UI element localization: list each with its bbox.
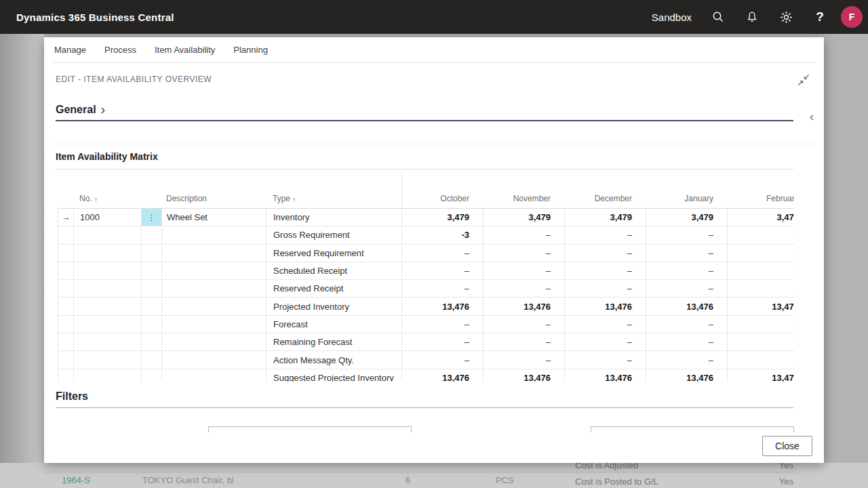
column-header-january[interactable]: January — [646, 173, 727, 208]
row-type-cell: Inventory — [267, 209, 402, 226]
menu-manage[interactable]: Manage — [54, 45, 86, 55]
avatar[interactable]: F — [841, 6, 863, 28]
close-button[interactable]: Close — [762, 436, 812, 456]
filter-field-1[interactable] — [208, 426, 412, 432]
search-button[interactable] — [701, 0, 735, 34]
matrix-value-cell[interactable]: – — [565, 262, 646, 279]
matrix-value-cell[interactable]: 13,476 — [565, 369, 646, 382]
matrix-row: Scheduled Receipt––––– — [58, 262, 794, 280]
chevron-left-icon[interactable]: ‹ — [810, 110, 814, 123]
matrix-value-cell[interactable]: – — [402, 316, 484, 333]
matrix-value-cell[interactable]: 13,476 — [728, 298, 794, 314]
matrix-value-cell[interactable]: – — [728, 262, 794, 279]
matrix-value-cell[interactable]: 3,479 — [484, 209, 565, 226]
matrix-value-cell[interactable]: – — [728, 316, 794, 333]
matrix-value-cell[interactable]: – — [402, 280, 484, 297]
environment-badge[interactable]: Sandbox — [652, 12, 692, 23]
title-bar: Dynamics 365 Business Central Sandbox — [0, 0, 868, 34]
row-type-cell: Reserved Requirement — [267, 245, 402, 262]
matrix-value-cell[interactable]: 13,476 — [646, 298, 728, 314]
column-header-october[interactable]: October — [401, 173, 483, 208]
collapse-dialog-button[interactable] — [795, 72, 812, 88]
row-type-cell: Gross Requirement — [267, 226, 402, 243]
notifications-button[interactable] — [735, 0, 769, 34]
item-no-cell — [74, 333, 142, 350]
matrix-value-cell[interactable]: – — [728, 245, 794, 262]
matrix-value-cell[interactable]: – — [484, 226, 565, 243]
matrix-value-cell[interactable]: 13,476 — [646, 369, 728, 382]
matrix-value-cell[interactable]: 3,479 — [402, 209, 484, 226]
item-no-cell — [74, 369, 142, 382]
matrix-value-cell[interactable]: 13,476 — [728, 369, 794, 382]
matrix-value-cell[interactable]: – — [646, 333, 728, 350]
matrix-value-cell[interactable]: 3,479 — [728, 209, 794, 226]
row-indicator: → — [58, 209, 74, 226]
matrix-value-cell[interactable]: 3,479 — [646, 209, 728, 226]
matrix-value-cell[interactable]: – — [565, 245, 646, 262]
matrix-value-cell[interactable]: 13,476 — [402, 369, 484, 382]
filters-section-header[interactable]: Filters — [56, 390, 88, 403]
column-header-description[interactable]: Description — [161, 173, 266, 208]
matrix-value-cell[interactable]: – — [484, 245, 565, 262]
matrix-value-cell[interactable]: – — [484, 280, 565, 297]
matrix-value-cell[interactable]: – — [484, 262, 565, 279]
matrix-value-cell[interactable]: – — [646, 262, 728, 279]
menu-planning[interactable]: Planning — [233, 45, 268, 55]
row-indicator — [58, 333, 74, 350]
matrix-value-cell[interactable]: – — [728, 333, 794, 350]
matrix-value-cell[interactable]: – — [565, 333, 646, 350]
matrix-value-cell[interactable]: – — [646, 245, 728, 262]
matrix-value-cell[interactable]: – — [646, 226, 728, 243]
matrix-value-cell[interactable]: 13,476 — [484, 298, 565, 314]
matrix-value-cell[interactable]: -3 — [402, 226, 484, 243]
matrix-value-cell[interactable]: – — [728, 280, 794, 297]
item-no-cell — [74, 316, 142, 333]
gutter-cell — [142, 333, 162, 350]
matrix-value-cell[interactable]: – — [402, 351, 484, 368]
matrix-value-cell[interactable]: – — [484, 351, 565, 368]
matrix-value-cell[interactable]: – — [402, 262, 484, 279]
item-no-cell[interactable]: 1000 — [74, 209, 142, 226]
row-options-cell[interactable]: ⋮ — [142, 209, 162, 226]
item-description-cell[interactable]: Wheel Set — [162, 209, 267, 226]
matrix-value-cell[interactable]: – — [646, 351, 728, 368]
column-header-no[interactable]: No.↑ — [73, 173, 141, 208]
matrix-value-cell[interactable]: – — [565, 316, 646, 333]
matrix-value-cell[interactable]: – — [646, 316, 728, 333]
menu-item-availability[interactable]: Item Availability — [155, 45, 215, 55]
matrix-value-cell[interactable]: – — [484, 316, 565, 333]
matrix-value-cell[interactable]: – — [728, 351, 794, 368]
row-indicator — [58, 245, 74, 262]
help-button[interactable]: ? — [803, 0, 837, 34]
matrix-value-cell[interactable]: 13,476 — [565, 298, 646, 314]
filter-field-2[interactable] — [591, 426, 794, 432]
row-type-cell: Projected Inventory — [267, 298, 402, 314]
column-header-february[interactable]: February — [727, 173, 794, 208]
matrix-value-cell[interactable]: – — [402, 245, 484, 262]
gutter-cell — [142, 298, 162, 314]
collapse-icon — [797, 74, 810, 86]
column-header-december[interactable]: December — [564, 173, 646, 208]
gutter-cell — [142, 351, 162, 368]
matrix-value-cell[interactable]: – — [728, 226, 794, 243]
matrix-value-cell[interactable]: 13,476 — [402, 298, 484, 314]
menu-process[interactable]: Process — [104, 45, 136, 55]
general-section-label: General — [56, 104, 96, 116]
row-indicator — [58, 351, 74, 368]
app-title: Dynamics 365 Business Central — [16, 12, 174, 23]
settings-button[interactable] — [769, 0, 803, 34]
gear-icon — [780, 11, 793, 24]
column-header-type[interactable]: Type↑ — [266, 173, 401, 208]
general-section-header[interactable]: General › — [56, 104, 105, 116]
column-header-november[interactable]: November — [483, 173, 564, 208]
matrix-value-cell[interactable]: – — [484, 333, 565, 350]
matrix-value-cell[interactable]: – — [565, 226, 646, 243]
background-item-description: TOKYO Guest Chair, bl — [142, 475, 234, 485]
matrix-value-cell[interactable]: – — [565, 280, 646, 297]
matrix-value-cell[interactable]: 3,479 — [565, 209, 646, 226]
matrix-value-cell[interactable]: – — [646, 280, 728, 297]
matrix-value-cell[interactable]: 13,476 — [484, 369, 565, 382]
matrix-value-cell[interactable]: – — [565, 351, 646, 368]
matrix-value-cell[interactable]: – — [402, 333, 484, 350]
matrix-row: Remaining Forecast––––– — [58, 333, 794, 351]
